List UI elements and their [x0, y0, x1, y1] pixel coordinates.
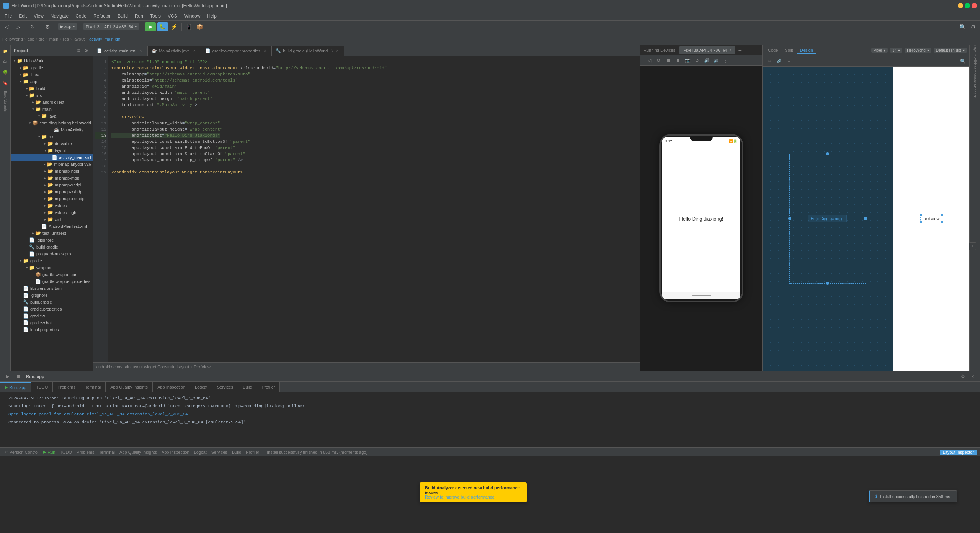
menu-view[interactable]: View [31, 13, 47, 20]
run-config-selector[interactable]: ▶ app ▾ [58, 23, 77, 30]
resource-manager-button[interactable]: 🗂 [1, 57, 10, 66]
menu-build[interactable]: Build [114, 13, 131, 20]
bottom-handle[interactable] [826, 282, 829, 285]
design-tab-code[interactable]: Code [765, 47, 781, 54]
breadcrumb-constraint-layout[interactable]: androidx.constraintlayout.widget.Constra… [96, 365, 189, 369]
constraint-btn-1[interactable]: ⊕ [765, 57, 773, 65]
terminal-status-item[interactable]: Terminal [99, 450, 115, 455]
bottom-tab-services[interactable]: Services [212, 382, 238, 392]
tab-gradle-wrapper-props[interactable]: 📄 gradle-wrapper.properties × [201, 46, 272, 56]
tree-item-mipmap-xxhdpi[interactable]: ▸ 📂 mipmap-xxhdpi [11, 188, 93, 195]
debug-button[interactable]: 🐛 [157, 22, 168, 31]
breadcrumb-res[interactable]: res [63, 37, 69, 41]
tree-item-gradle-wrapper-jar[interactable]: 📦 gradle-wrapper.jar [11, 271, 93, 278]
left-handle[interactable] [788, 217, 791, 220]
breadcrumb-layout[interactable]: layout [74, 37, 85, 41]
device-selector[interactable]: Pixel_3a_API_34 ×86_64 ▾ [83, 23, 139, 30]
tree-item-gitignore-app[interactable]: 📄 .gitignore [11, 237, 93, 244]
tree-item-activity-main-xml[interactable]: 📄 activity_main.xml [11, 154, 93, 161]
bottom-tab-build[interactable]: Build [238, 382, 257, 392]
emulator-back-btn[interactable]: ◁ [645, 56, 653, 65]
menu-vcs[interactable]: VCS [165, 13, 180, 20]
tree-item-src[interactable]: ▾ 📁 src [11, 92, 93, 99]
emulator-more-btn[interactable]: ⋮ [722, 56, 730, 65]
forward-button[interactable]: ▷ [13, 22, 22, 31]
handle-bl[interactable] [920, 221, 922, 223]
resource-manager-right-button[interactable]: Resource Manager [971, 71, 979, 94]
design-tab-split[interactable]: Split [782, 47, 796, 54]
layout-validation-button[interactable]: Layout Validation [971, 47, 979, 70]
avd-manager-button[interactable]: 📱 [185, 22, 194, 31]
device-tab-pixel3a[interactable]: Pixel 3a API 34 ×86_64 × [679, 46, 735, 54]
tree-item-mipmap-anydpi[interactable]: ▸ 📂 mipmap-anydpi-v26 [11, 161, 93, 168]
tab-build-gradle[interactable]: 🔧 build.gradle (HelloWorld...) × [272, 46, 344, 56]
tree-item-mainactivity[interactable]: ☕ MainActivity [11, 126, 93, 133]
profiler-status-item[interactable]: Profiler [246, 450, 259, 455]
zoom-design-btn[interactable]: 🔍 [959, 57, 967, 65]
logcat-status-item[interactable]: Logcat [194, 450, 207, 455]
menu-tools[interactable]: Tools [147, 13, 164, 20]
tree-item-gradlew-bat[interactable]: 📄 gradlew.bat [11, 319, 93, 326]
tab-activity-main-xml[interactable]: 📄 activity_main.xml × [93, 46, 148, 56]
tree-item-layout[interactable]: ▾ 📁 layout [11, 147, 93, 154]
version-control-status[interactable]: ⎇ Version Control [3, 450, 38, 455]
constraint-btn-3[interactable]: ↔ [785, 57, 793, 65]
tree-item-gradle-hidden[interactable]: ▸ 📂 .gradle [11, 64, 93, 71]
minimize-button[interactable] [958, 3, 963, 8]
breadcrumb-file[interactable]: activity_main.xml [89, 37, 121, 41]
tree-item-libs-versions[interactable]: 📄 libs.versions.toml [11, 285, 93, 292]
tree-item-idea[interactable]: ▸ 📂 .idea [11, 71, 93, 78]
tree-item-androidmanifest[interactable]: 📄 AndroidManifest.xml [11, 223, 93, 230]
breadcrumb-src[interactable]: src [39, 37, 45, 41]
design-api-selector[interactable]: 34 ▾ [890, 48, 902, 53]
maximize-button[interactable] [965, 3, 970, 8]
blueprint-canvas[interactable]: Hello Ding Jiaxiong! [763, 67, 893, 371]
emulator-rotate-btn[interactable]: ↺ [693, 56, 701, 65]
right-handle[interactable] [864, 217, 867, 220]
close-button[interactable] [972, 3, 977, 8]
handle-tr[interactable] [941, 214, 943, 216]
menu-help[interactable]: Help [204, 13, 220, 20]
design-device-selector[interactable]: Pixel ▾ [871, 48, 888, 53]
breadcrumb-project[interactable]: HelloWorld [2, 37, 23, 41]
window-controls[interactable] [958, 3, 977, 8]
settings-button[interactable]: ⚙ [969, 22, 978, 31]
bottom-tab-profiler[interactable]: Profiler [257, 382, 280, 392]
problems-status-item[interactable]: Problems [77, 450, 94, 455]
profile-button[interactable]: ⚡ [170, 22, 179, 31]
menu-navigate[interactable]: Navigate [47, 13, 72, 20]
design-theme-selector[interactable]: HelloWorld ▾ [905, 48, 931, 53]
run-restart-button[interactable]: ▶ [3, 372, 11, 381]
tree-item-gradlew[interactable]: 📄 gradlew [11, 312, 93, 319]
tab-mainactivity-java[interactable]: ☕ MainActivity.java × [148, 46, 201, 56]
tab-close-mainactivity[interactable]: × [192, 48, 197, 54]
device-tab-close[interactable]: × [729, 48, 732, 52]
bottom-tab-app-inspection[interactable]: App Inspection [153, 382, 190, 392]
services-status-item[interactable]: Services [211, 450, 227, 455]
tree-item-package[interactable]: ▾ 📦 com.dingjiaxiong.helloworld [11, 119, 93, 126]
tree-item-gradle-wrapper-props[interactable]: 📄 gradle-wrapper.properties [11, 278, 93, 285]
emulator-volume-down-btn[interactable]: 🔉 [712, 56, 720, 65]
layout-inspector-button[interactable]: Layout Inspector [940, 450, 977, 455]
constraint-btn-2[interactable]: 🔗 [775, 57, 783, 65]
tree-item-test[interactable]: ▸ 📂 test [unitTest] [11, 230, 93, 237]
menu-run[interactable]: Run [132, 13, 146, 20]
handle-tl[interactable] [920, 214, 922, 216]
app-inspection-status-item[interactable]: App Inspection [162, 450, 189, 455]
emulator-home-btn[interactable]: ⟳ [655, 56, 663, 65]
sync-button[interactable]: ↻ [28, 22, 37, 31]
handle-br[interactable] [941, 221, 943, 223]
tree-item-xml-folder[interactable]: ▸ 📂 xml [11, 216, 93, 223]
bottom-tab-run[interactable]: ▶ Run: app [0, 382, 31, 392]
tab-close-gradle-wrapper[interactable]: × [262, 48, 268, 54]
build-analyzer-subtitle[interactable]: Review to improve build performance [425, 495, 521, 499]
emulator-volume-up-btn[interactable]: 🔊 [702, 56, 711, 65]
run-status-item[interactable]: ▶ Run [43, 450, 55, 455]
run-stop-button[interactable]: ⏹ [15, 372, 23, 381]
menu-refactor[interactable]: Refactor [90, 13, 114, 20]
tree-item-main[interactable]: ▾ 📁 main [11, 106, 93, 113]
project-tree[interactable]: ▾ 📁 HelloWorld ▸ 📂 .gradle ▸ 📂 .idea [11, 56, 93, 371]
code-editor[interactable]: 1 2 3 4 5 6 7 8 9 10 11 12 13 14 15 16 1 [93, 56, 640, 362]
tree-item-values-night[interactable]: ▸ 📂 values-night [11, 209, 93, 216]
tree-item-proguard[interactable]: 📄 proguard-rules.pro [11, 250, 93, 257]
